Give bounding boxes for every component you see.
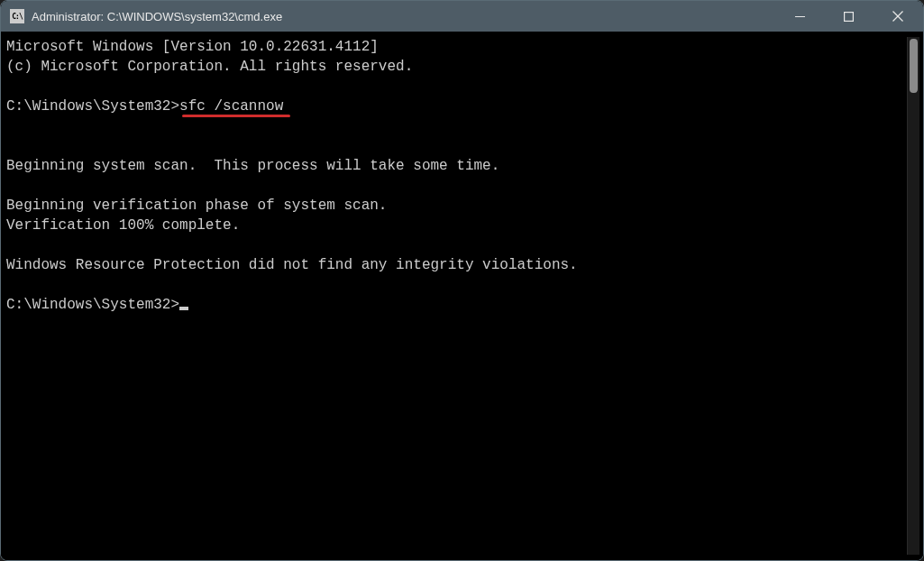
copyright-line: (c) Microsoft Corporation. All rights re…: [6, 59, 413, 75]
verification-phase-line: Beginning verification phase of system s…: [6, 198, 387, 214]
scan-begin-line: Beginning system scan. This process will…: [6, 158, 499, 174]
svg-rect-1: [844, 12, 853, 21]
result-line: Windows Resource Protection did not find…: [6, 257, 578, 273]
prompt-path: C:\Windows\System32>: [6, 98, 179, 115]
minimize-button[interactable]: [775, 1, 824, 32]
prompt-line-1: C:\Windows\System32>sfc /scannow: [6, 97, 907, 116]
terminal-area[interactable]: Microsoft Windows [Version 10.0.22631.41…: [1, 32, 923, 560]
prompt-path: C:\Windows\System32>: [6, 297, 179, 313]
typed-command: sfc /scannow: [179, 98, 283, 115]
titlebar[interactable]: C:\ Administrator: C:\WINDOWS\system32\c…: [1, 1, 923, 32]
terminal-output: Microsoft Windows [Version 10.0.22631.41…: [6, 37, 907, 555]
prompt-line-2: C:\Windows\System32>: [6, 295, 907, 315]
cmd-icon: C:\: [10, 9, 24, 23]
window-controls: [775, 1, 923, 32]
maximize-icon: [844, 12, 854, 22]
scrollbar-thumb[interactable]: [910, 39, 918, 93]
close-icon: [892, 11, 903, 22]
annotation-underline: [182, 115, 290, 117]
verification-complete-line: Verification 100% complete.: [6, 217, 240, 234]
close-button[interactable]: [873, 1, 923, 32]
version-line: Microsoft Windows [Version 10.0.22631.41…: [6, 39, 379, 55]
cursor: [179, 307, 188, 310]
minimize-icon: [795, 12, 805, 22]
window-title: Administrator: C:\WINDOWS\system32\cmd.e…: [32, 10, 775, 23]
scrollbar-track[interactable]: [907, 37, 919, 555]
maximize-button[interactable]: [824, 1, 873, 32]
cmd-window: C:\ Administrator: C:\WINDOWS\system32\c…: [0, 0, 924, 561]
